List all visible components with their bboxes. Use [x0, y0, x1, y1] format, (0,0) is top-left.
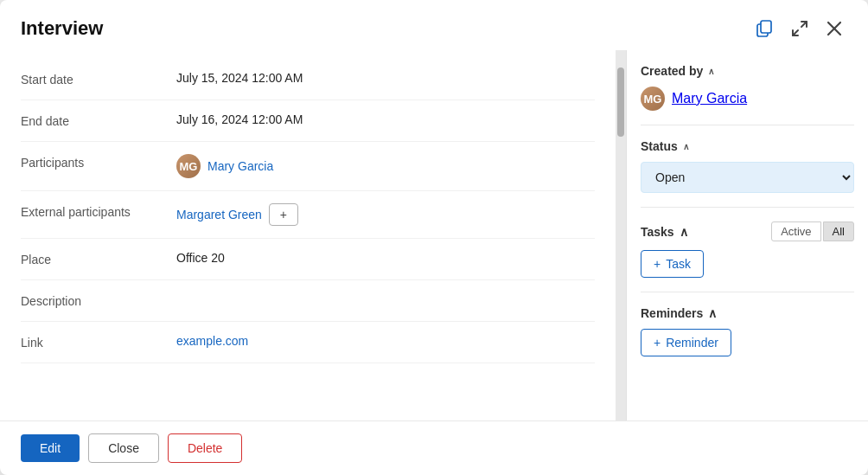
expand-icon-button[interactable] — [787, 16, 813, 42]
status-title: Status ∧ — [641, 139, 854, 153]
created-by-chevron: ∧ — [708, 67, 714, 76]
status-dropdown[interactable]: Open — [641, 162, 854, 193]
tasks-title: Tasks ∧ — [641, 225, 688, 239]
tasks-header: Tasks ∧ Active All — [641, 221, 854, 241]
svg-rect-1 — [761, 21, 771, 33]
modal-footer: Edit Close Delete — [0, 420, 868, 475]
value-link: example.com — [176, 334, 595, 348]
participant-avatar: MG — [176, 154, 201, 178]
field-end-date: End date July 16, 2024 12:00 AM — [21, 100, 595, 142]
add-reminder-button[interactable]: + Reminder — [641, 329, 731, 356]
add-task-label: Task — [666, 257, 691, 271]
label-external-participants: External participants — [21, 203, 176, 219]
tab-all[interactable]: All — [823, 221, 854, 241]
external-participant-link[interactable]: Margaret Green — [176, 208, 262, 221]
scrollbar-thumb — [617, 67, 624, 137]
label-participants: Participants — [21, 154, 176, 170]
field-start-date: Start date July 15, 2024 12:00 AM — [21, 59, 595, 100]
modal-title: Interview — [21, 17, 752, 40]
copy-icon-button[interactable] — [752, 16, 778, 42]
add-task-plus-icon: + — [654, 257, 661, 271]
main-content: Start date July 15, 2024 12:00 AM End da… — [0, 50, 616, 420]
add-external-participant-button[interactable]: + — [269, 203, 298, 226]
reminders-title: Reminders ∧ — [641, 306, 854, 320]
created-by-section: Created by ∧ MG Mary Garcia — [641, 64, 854, 125]
value-participants: MG Mary Garcia — [176, 154, 595, 178]
expand-icon — [790, 19, 809, 38]
value-external-participants: Margaret Green + — [176, 203, 595, 226]
edit-button[interactable]: Edit — [21, 434, 80, 462]
status-chevron: ∧ — [683, 142, 689, 151]
modal-header: Interview — [0, 0, 868, 50]
status-section: Status ∧ Open — [641, 139, 854, 208]
tasks-chevron: ∧ — [680, 225, 688, 239]
label-place: Place — [21, 251, 176, 266]
participant-link[interactable]: Mary Garcia — [207, 159, 273, 173]
add-reminder-label: Reminder — [666, 336, 718, 350]
modal-body: Start date July 15, 2024 12:00 AM End da… — [0, 50, 868, 420]
status-label: Status — [641, 139, 678, 153]
label-end-date: End date — [21, 112, 176, 128]
copy-icon — [756, 19, 775, 38]
delete-button[interactable]: Delete — [168, 433, 242, 463]
value-end-date: July 16, 2024 12:00 AM — [176, 112, 595, 126]
created-by-label: Created by — [641, 64, 703, 78]
close-icon-button[interactable] — [821, 16, 847, 42]
tasks-label: Tasks — [641, 225, 674, 239]
field-place: Place Office 20 — [21, 239, 595, 280]
interview-modal: Interview — [0, 0, 868, 475]
label-link: Link — [21, 334, 176, 350]
value-start-date: July 15, 2024 12:00 AM — [176, 71, 595, 85]
created-by-row: MG Mary Garcia — [641, 87, 854, 111]
reminders-label: Reminders — [641, 306, 703, 320]
created-by-title: Created by ∧ — [641, 64, 854, 78]
tasks-tabs: Active All — [771, 221, 854, 241]
reminders-chevron: ∧ — [708, 306, 717, 320]
scrollbar[interactable] — [616, 50, 626, 420]
field-description: Description — [21, 280, 595, 322]
close-button[interactable]: Close — [88, 433, 159, 463]
field-link: Link example.com — [21, 322, 595, 363]
field-participants: Participants MG Mary Garcia — [21, 142, 595, 191]
header-icons — [752, 16, 847, 42]
label-description: Description — [21, 292, 176, 308]
reminders-section: Reminders ∧ + Reminder — [641, 306, 854, 356]
created-by-avatar: MG — [641, 87, 665, 111]
sidebar: Created by ∧ MG Mary Garcia Status ∧ Ope… — [626, 50, 868, 420]
value-place: Office 20 — [176, 251, 595, 265]
add-task-button[interactable]: + Task — [641, 250, 704, 278]
tab-active[interactable]: Active — [771, 221, 820, 241]
plus-icon: + — [280, 208, 287, 221]
label-start-date: Start date — [21, 71, 176, 87]
tasks-section: Tasks ∧ Active All + Task — [641, 221, 854, 292]
add-reminder-plus-icon: + — [654, 336, 661, 350]
link-value[interactable]: example.com — [176, 334, 248, 348]
close-icon — [825, 19, 844, 38]
created-by-name[interactable]: Mary Garcia — [672, 91, 747, 106]
field-external-participants: External participants Margaret Green + — [21, 191, 595, 239]
